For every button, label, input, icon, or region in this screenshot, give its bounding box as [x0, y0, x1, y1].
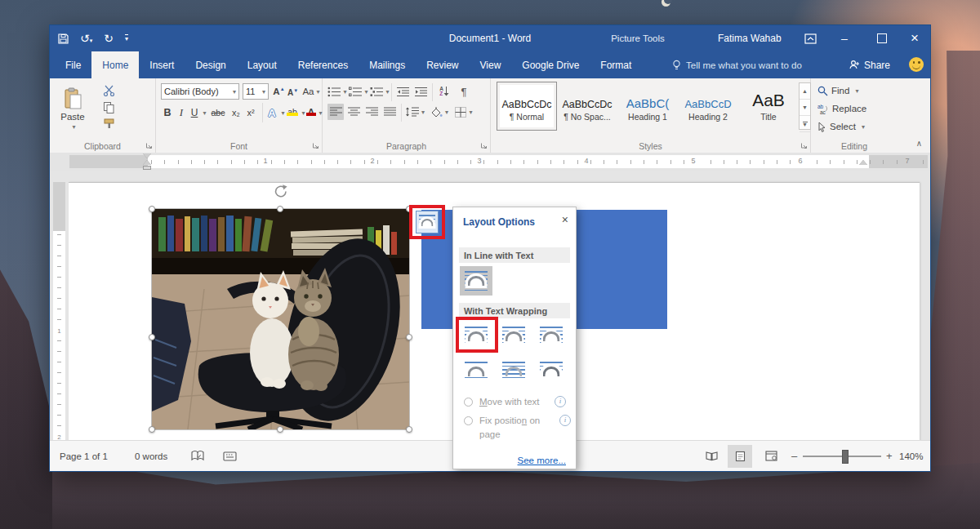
move-with-text-radio[interactable]	[464, 398, 473, 407]
style-heading2[interactable]: AaBbCcD Heading 2	[679, 82, 737, 130]
maximize-button[interactable]	[865, 25, 899, 51]
styles-gallery-more-icon[interactable]: ▼	[800, 116, 810, 132]
selection-handle-bottom-left[interactable]	[149, 426, 155, 433]
view-print-layout[interactable]	[728, 441, 752, 471]
paragraph-dialog-launcher-icon[interactable]	[480, 142, 488, 149]
selection-handle-mid-right[interactable]	[406, 334, 412, 340]
hanging-indent-marker[interactable]	[143, 160, 151, 165]
text-effects-dropdown-icon[interactable]: ▾	[278, 104, 285, 121]
subscript-button[interactable]: x₂	[229, 104, 243, 121]
left-indent-marker[interactable]	[143, 166, 151, 170]
shrink-font-button[interactable]: A▼	[287, 85, 299, 100]
tell-me-box[interactable]: Tell me what you want to do	[672, 51, 802, 78]
wrap-option-in-front[interactable]	[535, 357, 568, 386]
copy-icon[interactable]	[100, 100, 117, 114]
tab-google-drive[interactable]: Google Drive	[511, 51, 590, 78]
clipboard-dialog-launcher-icon[interactable]	[145, 142, 153, 149]
selection-handle-bottom-right[interactable]	[406, 426, 412, 433]
customize-qat-icon[interactable]: ▾	[125, 34, 128, 42]
selection-handle-bottom-center[interactable]	[277, 426, 283, 433]
decrease-indent-icon[interactable]	[394, 83, 411, 100]
wrap-option-through[interactable]	[535, 322, 568, 351]
multilevel-list-icon[interactable]: ▾	[370, 83, 390, 100]
undo-icon[interactable]: ↺▾	[80, 33, 92, 44]
spell-check-icon[interactable]	[190, 441, 205, 471]
styles-gallery-scroll[interactable]: ▲ ▼ ▼	[799, 82, 811, 130]
word-count[interactable]: 0 words	[135, 441, 167, 471]
styles-dialog-launcher-icon[interactable]	[800, 142, 808, 149]
highlight-button[interactable]: ab	[285, 103, 300, 121]
selection-handle-top-center[interactable]	[277, 206, 283, 212]
style-title[interactable]: AaB Title	[739, 82, 798, 130]
strikethrough-button[interactable]: abc	[208, 104, 228, 121]
selection-handle-top-left[interactable]	[149, 206, 155, 212]
wrap-option-behind-text[interactable]	[497, 357, 530, 386]
tab-format[interactable]: Format	[590, 51, 642, 78]
style-heading1[interactable]: AaBbC( Heading 1	[618, 82, 677, 130]
change-case-button[interactable]: Aa▾	[301, 83, 321, 100]
tab-design[interactable]: Design	[185, 51, 236, 78]
first-line-indent-marker[interactable]	[143, 153, 151, 158]
borders-icon[interactable]: ▾	[453, 104, 474, 120]
zoom-slider-thumb[interactable]	[842, 450, 849, 464]
align-left-icon[interactable]	[327, 104, 344, 120]
minimize-button[interactable]: –	[827, 25, 862, 51]
underline-button[interactable]: U	[189, 104, 200, 121]
see-more-link[interactable]: See more...	[518, 456, 566, 465]
collapse-ribbon-icon[interactable]: ∧	[916, 139, 922, 148]
wrap-option-tight[interactable]	[497, 322, 530, 351]
right-indent-marker[interactable]	[859, 160, 867, 165]
numbering-icon[interactable]: ▾	[349, 83, 368, 100]
tab-insert[interactable]: Insert	[139, 51, 185, 78]
font-color-button[interactable]: A	[305, 103, 317, 121]
styles-scroll-down-icon[interactable]: ▼	[800, 100, 810, 116]
select-button[interactable]: Select▾	[817, 119, 865, 134]
style-no-spacing[interactable]: AaBbCcDc ¶ No Spac...	[558, 82, 617, 130]
fix-position-radio[interactable]	[464, 416, 473, 425]
picture-cats[interactable]	[152, 209, 409, 429]
cut-icon[interactable]	[100, 83, 117, 98]
sort-icon[interactable]: AZ	[435, 83, 453, 100]
feedback-smiley-icon[interactable]	[909, 57, 924, 72]
styles-scroll-up-icon[interactable]: ▲	[800, 83, 810, 100]
vertical-ruler[interactable]: 1 2	[53, 182, 65, 442]
find-button[interactable]: Find▾	[817, 83, 858, 98]
style-normal[interactable]: AaBbCcDc ¶ Normal	[497, 82, 556, 130]
save-icon[interactable]	[58, 33, 69, 44]
account-user-name[interactable]: Fatima Wahab	[718, 25, 782, 51]
tab-view[interactable]: View	[470, 51, 512, 78]
selection-handle-mid-left[interactable]	[149, 334, 155, 340]
tab-mailings[interactable]: Mailings	[359, 51, 416, 78]
italic-button[interactable]: I	[176, 104, 187, 121]
grow-font-button[interactable]: A▲	[272, 83, 286, 100]
view-web-layout[interactable]	[759, 441, 783, 471]
superscript-button[interactable]: x²	[244, 104, 257, 121]
ribbon-display-options-icon[interactable]	[793, 25, 827, 51]
fix-position-info-icon[interactable]: i	[559, 415, 571, 426]
move-with-text-info-icon[interactable]: i	[555, 396, 566, 407]
zoom-in-button[interactable]: +	[886, 441, 893, 471]
tab-review[interactable]: Review	[416, 51, 469, 78]
horizontal-ruler[interactable]: 1 2 3 4 5 6 7	[69, 155, 928, 168]
font-dialog-launcher-icon[interactable]	[312, 142, 319, 149]
redo-icon[interactable]: ↻	[104, 33, 114, 44]
page-indicator[interactable]: Page 1 of 1	[60, 441, 108, 471]
view-read-mode[interactable]	[699, 441, 724, 471]
tab-references[interactable]: References	[287, 51, 359, 78]
zoom-level[interactable]: 140%	[899, 441, 923, 471]
bold-button[interactable]: B	[161, 104, 174, 121]
increase-indent-icon[interactable]	[412, 83, 429, 100]
justify-icon[interactable]	[381, 104, 398, 120]
text-effects-button[interactable]: A	[265, 104, 278, 121]
close-button[interactable]: ×	[898, 25, 932, 51]
keyboard-language-icon[interactable]	[223, 441, 237, 471]
tab-home[interactable]: Home	[91, 51, 139, 78]
line-spacing-icon[interactable]: ▾	[404, 104, 425, 120]
underline-dropdown-icon[interactable]: ▾	[200, 104, 207, 121]
paste-button[interactable]: Paste▾	[55, 82, 91, 136]
font-size-combo[interactable]: 11▾	[243, 83, 269, 100]
tab-layout[interactable]: Layout	[237, 51, 287, 78]
align-center-icon[interactable]	[345, 104, 362, 120]
share-button[interactable]: Share	[849, 51, 890, 78]
replace-button[interactable]: abac Replace	[817, 101, 866, 116]
